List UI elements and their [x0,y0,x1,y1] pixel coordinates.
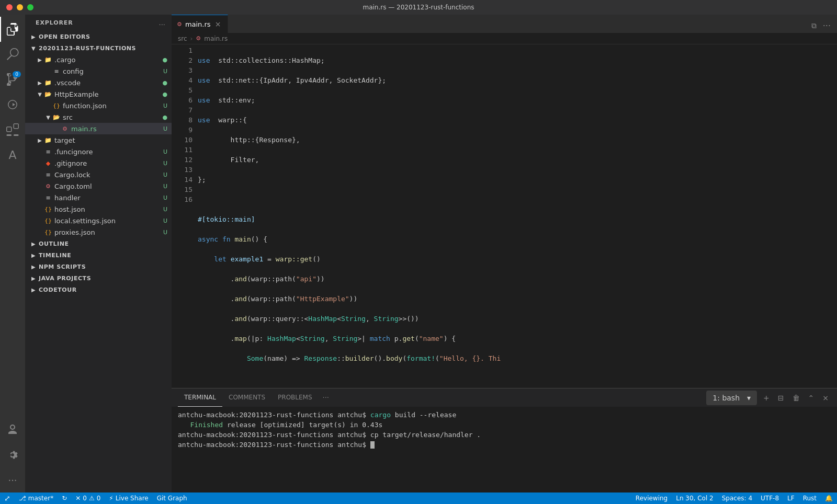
section-open-editors[interactable]: ▶ OPEN EDITORS [25,31,172,42]
activity-azure[interactable]: A [0,142,25,167]
status-errors[interactable]: ✕ 0 ⚠ 0 [71,492,105,504]
tab-comments[interactable]: COMMENTS [222,388,272,407]
section-label: JAVA PROJECTS [39,275,91,282]
section-project[interactable]: ▼ 20201123-RUST-FUNCTIONS [25,42,172,54]
split-terminal-icon[interactable]: ⊟ [776,392,786,404]
sidebar-item-cargo[interactable]: ▶ 📁 .cargo ● [25,54,172,65]
activity-source-control[interactable]: 0 [0,67,25,92]
activity-extensions[interactable] [0,117,25,142]
activity-explorer[interactable] [0,17,25,42]
sidebar-item-config[interactable]: ≡ config U [25,65,172,77]
source-control-badge: 0 [13,71,21,77]
sidebar-item-target[interactable]: ▶ 📁 target [25,134,172,146]
folder-open-icon: 📂 [52,113,61,121]
tab-main-rs[interactable]: ⚙ main.rs × [172,15,228,33]
file-label: proxies.json [54,228,163,236]
file-badge: U [163,160,167,167]
maximize-button[interactable] [27,4,33,10]
status-reviewing[interactable]: Reviewing [631,492,672,504]
chevron-right-icon: ▶ [29,32,38,41]
maximize-panel-icon[interactable]: ⌃ [806,392,817,404]
sidebar-item-main-rs[interactable]: ⚙ main.rs U [25,123,172,134]
close-tab-button[interactable]: × [214,20,222,28]
activity-settings[interactable] [0,442,25,467]
sidebar-item-gitignore[interactable]: ◆ .gitignore U [25,157,172,169]
split-editor-icon[interactable]: ⧉ [809,19,819,32]
more-actions-icon[interactable]: ··· [821,19,833,33]
live-share-label: Live Share [116,495,149,502]
status-remote[interactable]: ⤢ [0,492,15,504]
code-content[interactable]: use std::collections::HashMap; use std::… [198,44,832,388]
delete-terminal-icon[interactable]: 🗑 [790,392,802,404]
file-badge: U [163,171,167,178]
warning-icon: ⚠ [89,495,95,502]
status-ln-col[interactable]: Ln 30, Col 2 [672,492,718,504]
code-editor[interactable]: 12345 678910 1112131415 16 use std::coll… [172,44,837,388]
section-timeline[interactable]: ▶ TIMELINE [25,249,172,261]
status-live-share[interactable]: ⚡ Live Share [105,492,152,504]
activity-more[interactable]: ··· [0,467,25,492]
minimize-button[interactable] [17,4,23,10]
section-npm-scripts[interactable]: ▶ NPM SCRIPTS [25,261,172,272]
activity-run[interactable] [0,92,25,117]
section-outline[interactable]: ▶ OUTLINE [25,238,172,249]
status-left: ⤢ ⎇ master* ↻ ✕ 0 ⚠ 0 ⚡ Live Share Git G… [0,492,191,504]
sidebar-actions[interactable]: ... [159,19,165,27]
live-share-icon: ⚡ [109,495,113,502]
terminal-more-icon[interactable]: ··· [319,394,333,402]
close-button[interactable] [6,4,13,10]
file-json-icon: {} [44,216,52,225]
close-panel-icon[interactable]: × [820,392,831,404]
sidebar-item-httpexample[interactable]: ▼ 📂 HttpExample ● [25,88,172,100]
section-codetour[interactable]: ▶ CODETOUR [25,284,172,295]
add-terminal-icon[interactable]: + [761,392,772,404]
terminal-shell-dropdown[interactable]: 1: bash ▾ [706,391,757,405]
line-ending-label: LF [787,495,795,502]
sidebar-item-cargo-toml[interactable]: ⚙ Cargo.toml U [25,180,172,192]
line-numbers: 12345 678910 1112131415 16 [172,44,198,388]
file-label: Cargo.toml [54,182,163,190]
sidebar-item-vscode[interactable]: ▶ 📁 .vscode ● [25,77,172,88]
status-sync[interactable]: ↻ [58,492,71,504]
terminal-line-4: antchu-macbook:20201123-rust-functions a… [178,440,831,450]
section-java-projects[interactable]: ▶ JAVA PROJECTS [25,272,172,284]
file-badge: U [163,183,167,190]
status-bell[interactable]: 🔔 [821,492,837,504]
status-spaces[interactable]: Spaces: 4 [718,492,756,504]
file-text-icon: ≡ [44,147,52,156]
sidebar-item-cargo-lock[interactable]: ≡ Cargo.lock U [25,169,172,180]
sidebar-item-handler[interactable]: ≡ handler U [25,192,172,203]
status-git-graph[interactable]: Git Graph [153,492,191,504]
terminal-content[interactable]: antchu-macbook:20201123-rust-functions a… [172,407,837,492]
chevron-right-icon: ▶ [29,239,38,248]
file-badge: U [163,125,167,132]
activity-account[interactable] [0,417,25,442]
project-label: 20201123-RUST-FUNCTIONS [39,45,136,52]
sidebar-item-local-settings[interactable]: {} local.settings.json U [25,215,172,226]
breadcrumb-src[interactable]: src [178,35,187,42]
sidebar-item-function-json[interactable]: {} function.json U [25,100,172,111]
status-branch[interactable]: ⎇ master* [15,492,58,504]
activity-search[interactable] [0,42,25,67]
tab-problems[interactable]: PROBLEMS [272,388,319,407]
status-encoding[interactable]: UTF-8 [756,492,783,504]
tab-terminal[interactable]: TERMINAL [178,388,222,407]
file-icon: ⚙ [177,21,182,28]
status-line-ending[interactable]: LF [783,492,799,504]
folder-icon: 📁 [44,55,52,64]
sidebar-item-funcignore[interactable]: ≡ .funcignore U [25,146,172,157]
warning-count: 0 [97,495,101,502]
sidebar-item-proxies-json[interactable]: {} proxies.json U [25,226,172,238]
file-label: HttpExample [54,90,162,98]
file-label: handler [54,194,163,202]
sidebar-item-src[interactable]: ▼ 📂 src ● [25,111,172,123]
chevron-down-icon: ▼ [44,113,52,121]
breadcrumb-file[interactable]: main.rs [204,35,228,42]
spaces-label: Spaces: 4 [722,495,752,502]
no-arrow [36,159,44,167]
file-badge: ● [162,56,167,63]
folder-open-icon: 📂 [44,90,52,98]
sidebar-item-host-json[interactable]: {} host.json U [25,203,172,215]
scrollbar[interactable] [832,44,837,388]
status-language[interactable]: Rust [799,492,821,504]
